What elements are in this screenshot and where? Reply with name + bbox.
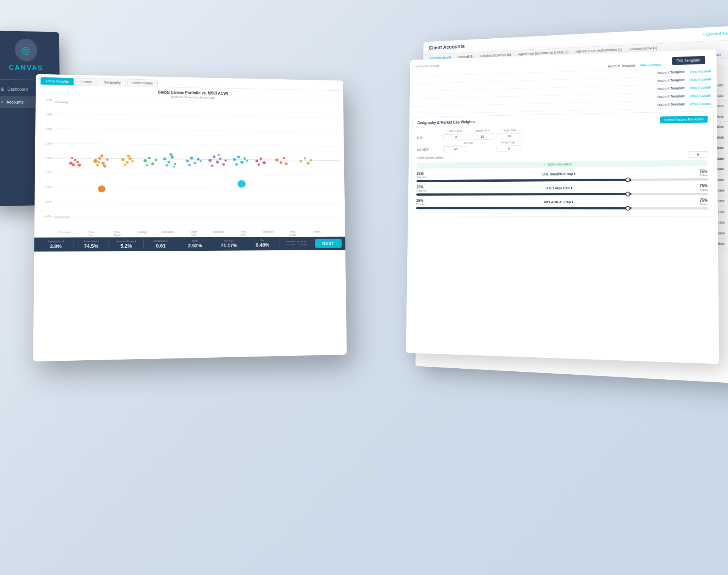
svg-line-6 [53,188,341,189]
dashboard-icon: ⊞ [1,86,5,92]
svg-point-56 [233,158,236,161]
stat-value: 3.8% [50,243,62,249]
svg-point-13 [71,157,73,159]
active-label: 75% Active [700,184,708,192]
svg-point-18 [106,159,109,161]
slider-2: 25% Passive Int'l ADR All Cap ℹ 75% Acti… [416,198,709,209]
slider-0: 25% Passive U.S. Small/Mid Cap ℹ 75% Act… [417,169,708,182]
svg-point-62 [237,180,246,188]
svg-point-14 [78,163,81,167]
stat-value: 5.2% [121,243,132,249]
y-label-8: -3.0% [38,200,52,203]
y-label-9: -4.0% [38,215,52,218]
svg-point-65 [262,161,266,164]
svg-point-22 [98,161,100,163]
x-label-10: Utilities [309,230,324,237]
sidebar-brand-name: CANVAS [9,64,43,72]
svg-point-25 [126,161,129,164]
svg-point-19 [96,164,99,166]
slider-track[interactable] [416,193,708,196]
svg-line-2 [53,129,340,132]
intl-adr-label: Intl ADR [417,148,442,151]
us-small-mid-value[interactable]: 10 [470,134,495,140]
svg-point-24 [121,158,125,161]
create-account-button[interactable]: + Create A New Account + [703,30,728,36]
tab-factors[interactable]: Factors [75,78,97,86]
accounts-title: Client Accounts [429,43,465,50]
template-label: Account Template [608,64,635,68]
svg-point-29 [131,160,134,162]
view-account-action[interactable]: View Account [690,85,711,90]
svg-point-74 [310,159,312,162]
svg-line-1 [53,114,340,118]
select-factors-button[interactable]: Select Factors For Active [660,115,708,123]
view-account-action[interactable]: View Account [690,93,711,98]
svg-point-38 [174,163,176,165]
stat-expected-excess: Expected Excess ℹ 5.2% [109,239,144,249]
x-label-7: InfoTech [236,231,251,237]
passive-label: 25% Passive [416,185,426,192]
svg-point-44 [194,162,196,164]
svg-point-47 [199,160,201,162]
us-row-label: U.S. [417,135,442,140]
main-panel: Active Weights Factors Geography Fixed I… [33,74,347,361]
fixed-income-value[interactable]: 0 [688,151,708,158]
y-label-5: 0.0% [38,157,52,159]
svg-point-35 [163,157,166,160]
slider-thumb[interactable] [626,192,630,196]
template-label: Account Template [657,78,685,83]
svg-point-72 [304,157,306,160]
edit-template-button[interactable]: Edit Template [672,56,705,65]
svg-point-11 [72,163,75,166]
accounts-icon: ≡ [1,99,3,105]
slider-track[interactable] [416,207,709,210]
x-label-8: Materials [260,231,275,237]
svg-point-61 [246,160,248,162]
view-account-action[interactable]: View Account [690,77,711,82]
svg-point-40 [169,153,173,156]
fixed-income-label: Fixed Income Weight [417,156,443,159]
tab-geography[interactable]: Geography [99,79,126,86]
svg-point-53 [211,165,213,167]
tab-active-weights[interactable]: Active Weights [41,77,74,85]
template-label: Account Template [657,102,685,107]
svg-point-31 [148,157,151,159]
slider-thumb[interactable] [626,206,630,211]
stat-value: 71.17% [221,242,237,248]
intl-adr-micro[interactable]: 40 [443,146,468,152]
intl-adr-large[interactable]: 0 [496,145,522,152]
svg-point-55 [224,159,227,162]
svg-point-67 [275,159,279,162]
stats-bar: Tracking Error ℹ 3.8% Active Share ℹ 74.… [34,237,345,252]
next-button[interactable]: NEXT [315,239,342,248]
view-account-action[interactable]: View Account [689,69,711,74]
svg-point-45 [197,158,200,160]
tab-fixed-income[interactable]: Fixed Income [127,79,157,86]
sidebar-item-label: Accounts [6,100,24,104]
stat-backtest: *Backtest Data as of12/31/1995 - 1/31/20… [279,240,312,247]
svg-point-68 [279,161,282,164]
view-account-action[interactable]: View Account [690,102,711,106]
svg-point-42 [186,160,189,162]
slider-thumb[interactable] [626,178,630,182]
svg-point-17 [101,162,105,165]
us-large-cap-value[interactable]: 50 [497,133,522,140]
sidebar-logo-area: ◎ CANVAS [0,30,60,76]
template-label: Account Template [657,94,685,99]
stat-label: Turnover ℹ [224,239,234,242]
stat-value: 0.61 [156,243,166,248]
slider-track[interactable] [417,178,708,182]
allocation-sliders: 25% Passive U.S. Small/Mid Cap ℹ 75% Act… [416,169,709,209]
svg-point-37 [171,156,174,159]
svg-point-20 [100,154,104,157]
passive-label: 25% Passive [417,171,427,179]
template-panel: Edit Template ret/Climate Change Account… [406,49,719,364]
y-label-7: -2.0% [38,186,52,189]
view-account-action[interactable]: View Account [640,63,661,67]
y-label-4: 1.0% [38,142,52,145]
slider-center-label: Int'l ADR All Cap ℹ [544,200,573,204]
x-label-5: HealthCare [186,231,201,237]
slider-center-label: U.S. Large Cap ℹ [546,186,572,190]
us-micro-value[interactable]: 0 [443,134,468,140]
stat-label: Yield ℹ [192,239,198,242]
